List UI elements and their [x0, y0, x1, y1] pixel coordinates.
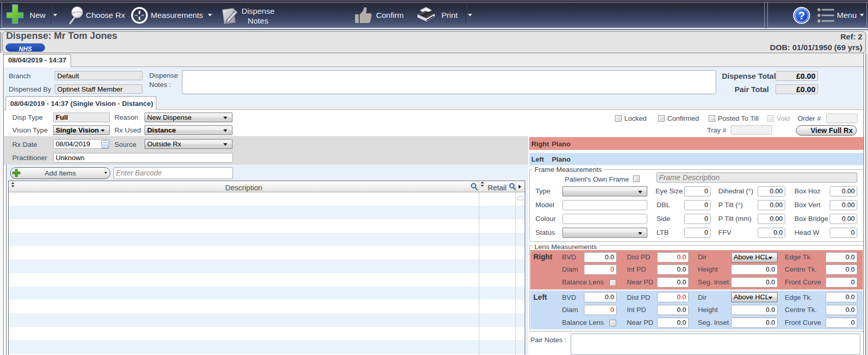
svg-text:?: ?: [798, 9, 805, 22]
